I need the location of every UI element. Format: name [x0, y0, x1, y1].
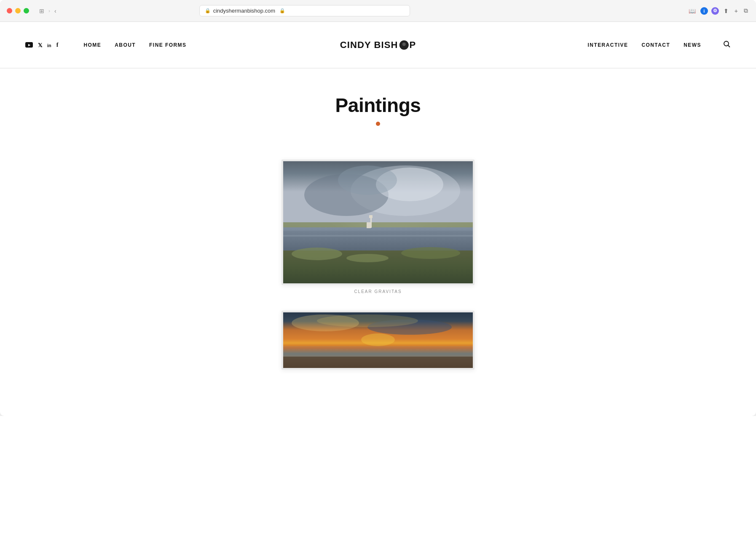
page-title-section: Paintings: [0, 69, 756, 143]
page-title: Paintings: [0, 94, 756, 117]
paintings-grid: CLEAR GRAVITAS: [0, 143, 756, 391]
svg-point-16: [401, 247, 460, 259]
title-accent-dot: [376, 122, 380, 126]
extension-icon-purple[interactable]: ⚙: [711, 7, 719, 15]
address-bar[interactable]: 🔒 cindyshermanbishop.com 🔒: [199, 5, 410, 16]
nav-right-links: INTERACTIVE CONTACT NEWS: [588, 40, 731, 50]
svg-rect-26: [283, 357, 473, 370]
svg-point-9: [338, 165, 397, 195]
svg-point-15: [292, 248, 342, 260]
security-indicator: 🔒: [279, 8, 285, 13]
painting-image-2: [283, 312, 473, 370]
list-item: CLEAR GRAVITAS: [0, 160, 756, 294]
tab-overview-button[interactable]: ⊞: [38, 7, 46, 15]
svg-point-3: [724, 41, 729, 46]
browser-right-controls: 📖 i ⚙ ⬆ + ⧉: [687, 6, 749, 16]
back-button[interactable]: ‹: [53, 7, 58, 15]
new-tab-button[interactable]: +: [733, 6, 739, 16]
svg-point-24: [361, 333, 395, 346]
svg-rect-12: [283, 227, 473, 231]
main-navigation: HOME ABOUT FINE FORMS CINDY BISH P IN: [0, 22, 756, 68]
search-icon[interactable]: [723, 40, 731, 50]
svg-point-23: [317, 314, 418, 327]
close-button[interactable]: [7, 8, 12, 13]
minimize-button[interactable]: [15, 8, 21, 13]
page-content: Paintings: [0, 69, 756, 416]
svg-rect-19: [369, 215, 373, 218]
list-item: [0, 311, 756, 374]
reader-view-button[interactable]: 📖: [687, 6, 697, 16]
nav-contact[interactable]: CONTACT: [641, 42, 670, 48]
painting-image-1: [283, 161, 473, 283]
nav-news[interactable]: NEWS: [684, 42, 701, 48]
url-text: cindyshermanbishop.com: [213, 8, 275, 14]
social-links: [25, 41, 58, 48]
svg-line-4: [728, 45, 730, 47]
twitter-link[interactable]: [38, 42, 42, 48]
logo-icon: [399, 40, 408, 50]
nav-interactive[interactable]: INTERACTIVE: [588, 42, 628, 48]
svg-rect-11: [283, 227, 473, 251]
share-button[interactable]: ⬆: [722, 6, 730, 16]
svg-point-17: [346, 254, 389, 262]
facebook-link[interactable]: [56, 41, 59, 48]
lock-icon: 🔒: [205, 8, 211, 13]
logo-text-1: CINDY BISH: [340, 40, 398, 51]
youtube-icon: [25, 42, 33, 48]
painting-caption-1: CLEAR GRAVITAS: [354, 289, 402, 294]
tabs-button[interactable]: ⧉: [743, 6, 749, 16]
painting-frame-2[interactable]: [281, 311, 475, 370]
nav-home[interactable]: HOME: [83, 42, 101, 48]
site-logo[interactable]: CINDY BISH P: [340, 40, 416, 51]
browser-navigation: ⊞ › ‹: [38, 7, 58, 15]
svg-rect-13: [283, 235, 473, 237]
extension-icon-blue[interactable]: i: [700, 7, 708, 15]
nav-fine-forms[interactable]: FINE FORMS: [149, 42, 186, 48]
browser-traffic-lights: [7, 8, 29, 13]
maximize-button[interactable]: [24, 8, 29, 13]
painting-frame-1[interactable]: [281, 160, 475, 285]
nav-about[interactable]: ABOUT: [115, 42, 136, 48]
linkedin-link[interactable]: [47, 42, 51, 48]
youtube-link[interactable]: [25, 42, 33, 48]
svg-point-1: [402, 43, 405, 46]
logo-text-2: P: [409, 40, 416, 51]
svg-rect-10: [283, 222, 473, 227]
nav-left-links: HOME ABOUT FINE FORMS: [83, 42, 186, 48]
